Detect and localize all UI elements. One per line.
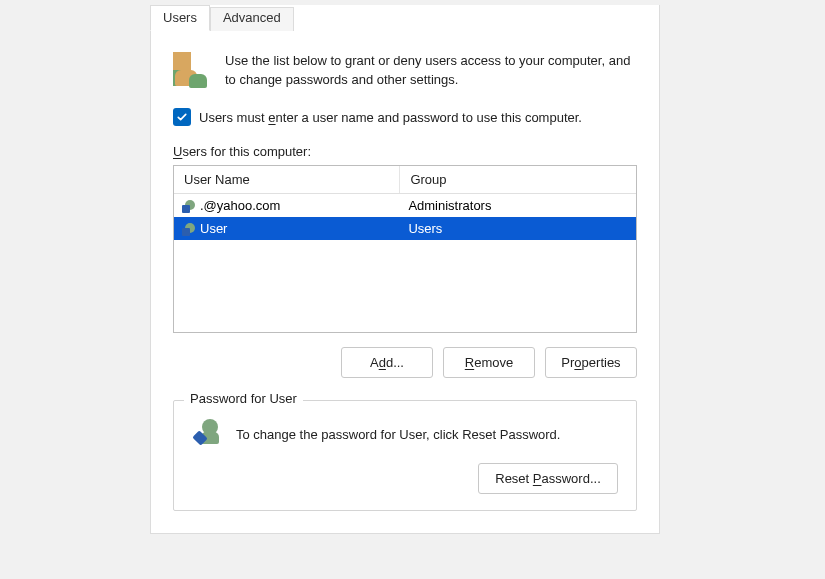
cell-group-text: Users xyxy=(408,221,442,236)
user-row-icon xyxy=(182,199,196,213)
tab-advanced-label: Advanced xyxy=(223,10,281,25)
password-group-title: Password for User xyxy=(184,391,303,406)
users-section-label: Users for this computer: xyxy=(173,144,637,159)
table-row[interactable]: UserUsers xyxy=(174,217,636,240)
cell-group: Administrators xyxy=(400,198,636,213)
require-login-label[interactable]: Users must enter a user name and passwor… xyxy=(199,110,582,125)
add-button[interactable]: Add... xyxy=(341,347,433,378)
users-icon xyxy=(173,52,211,90)
user-accounts-dialog: Use the list below to grant or deny user… xyxy=(150,5,660,534)
cell-username: User xyxy=(174,221,400,236)
cell-username-text: User xyxy=(200,221,227,236)
tabstrip: Users Advanced xyxy=(150,5,294,31)
cell-username: .@yahoo.com xyxy=(174,198,400,213)
cell-group-text: Administrators xyxy=(408,198,491,213)
tab-users-label: Users xyxy=(163,10,197,25)
col-header-username[interactable]: User Name xyxy=(174,166,400,193)
intro-text: Use the list below to grant or deny user… xyxy=(225,52,637,90)
tab-users[interactable]: Users xyxy=(150,5,210,31)
reset-password-button[interactable]: Reset Password... xyxy=(478,463,618,494)
password-instruction-text: To change the password for User, click R… xyxy=(236,427,560,442)
users-list-header: User Name Group xyxy=(174,166,636,194)
tab-advanced[interactable]: Advanced xyxy=(210,7,294,31)
users-listbox[interactable]: User Name Group .@yahoo.comAdministrator… xyxy=(173,165,637,333)
user-row-icon xyxy=(182,222,196,236)
cell-username-text: .@yahoo.com xyxy=(200,198,280,213)
remove-button[interactable]: Remove xyxy=(443,347,535,378)
user-key-icon xyxy=(192,419,222,449)
require-login-checkbox[interactable] xyxy=(173,108,191,126)
table-row[interactable]: .@yahoo.comAdministrators xyxy=(174,194,636,217)
properties-button[interactable]: Properties xyxy=(545,347,637,378)
password-groupbox: Password for User To change the password… xyxy=(173,400,637,511)
cell-group: Users xyxy=(400,221,636,236)
col-header-group[interactable]: Group xyxy=(400,166,636,193)
